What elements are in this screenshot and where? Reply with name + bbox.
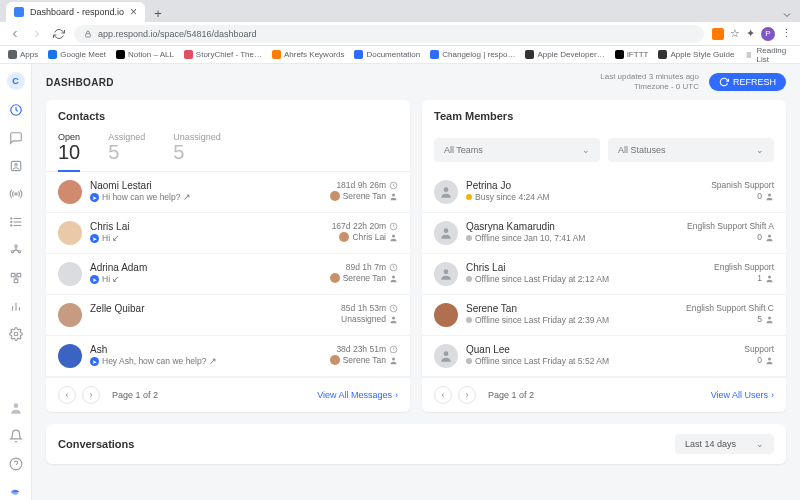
message-icon: ➤: [90, 357, 99, 366]
member-status: Offline since Jan 10, 7:41 AM: [466, 233, 679, 243]
bookmark-item[interactable]: Apple Developer…: [525, 50, 604, 59]
chevron-down-icon: ⌄: [756, 439, 764, 449]
nav-contacts-icon[interactable]: [8, 158, 24, 174]
nav-notifications-icon[interactable]: [8, 428, 24, 444]
pager-text: Page 1 of 2: [112, 390, 158, 400]
svg-point-32: [392, 275, 395, 278]
member-status: Offline since Last Friday at 2:12 AM: [466, 274, 706, 284]
pager-text: Page 1 of 2: [488, 390, 534, 400]
contacts-tabs: Open 10 Assigned 5 Unassigned 5: [46, 128, 410, 172]
contact-avatar: [58, 221, 82, 245]
browser-tabbar: Dashboard - respond.io × +: [0, 0, 800, 22]
svg-rect-19: [14, 279, 18, 283]
ext-icon[interactable]: [712, 28, 724, 40]
nav-settings-icon[interactable]: [8, 326, 24, 342]
teams-select[interactable]: All Teams ⌄: [434, 138, 600, 162]
bookmark-item[interactable]: Google Meet: [48, 50, 106, 59]
svg-point-44: [444, 351, 449, 356]
bookmark-item[interactable]: Changelog | respo…: [430, 50, 515, 59]
reading-list-button[interactable]: Reading List: [744, 46, 792, 64]
svg-point-37: [444, 187, 449, 192]
url-input[interactable]: app.respond.io/space/54816/dashboard: [74, 25, 704, 43]
back-button[interactable]: [8, 27, 22, 41]
bookmark-item[interactable]: Ahrefs Keywords: [272, 50, 344, 59]
team-row[interactable]: Quan Lee Offline since Last Friday at 5:…: [422, 336, 786, 377]
contact-name: Zelle Quibar: [90, 303, 333, 314]
contact-row[interactable]: Adrina Adam ➤Hi ↙ 89d 1h 7m Serene Tan: [46, 254, 410, 295]
apps-button[interactable]: Apps: [8, 50, 38, 59]
svg-rect-0: [86, 33, 91, 36]
member-name: Petrina Jo: [466, 180, 703, 191]
window-chevron-icon[interactable]: [780, 8, 794, 22]
app-logo-icon[interactable]: [8, 484, 24, 500]
team-row[interactable]: Qasryna Kamarudin Offline since Jan 10, …: [422, 213, 786, 254]
nav-dashboard-icon[interactable]: [8, 102, 24, 118]
contact-row[interactable]: Zelle Quibar 85d 1h 53m Unassigned: [46, 295, 410, 336]
bookmark-item[interactable]: IFTTT: [615, 50, 649, 59]
member-team: Support: [744, 344, 774, 354]
period-select[interactable]: Last 14 days ⌄: [675, 434, 774, 454]
profile-avatar[interactable]: P: [761, 27, 775, 41]
contact-row[interactable]: Naomi Lestari ➤Hi how can we help? ↗ 181…: [46, 172, 410, 213]
bookmark-item[interactable]: Apple Style Guide: [658, 50, 734, 59]
bookmark-item[interactable]: Notion – ALL: [116, 50, 174, 59]
pager-prev-button[interactable]: ‹: [58, 386, 76, 404]
nav-workflow-icon[interactable]: [8, 270, 24, 286]
member-avatar: [434, 303, 458, 327]
tab-unassigned[interactable]: Unassigned 5: [173, 128, 221, 171]
close-icon[interactable]: ×: [130, 6, 137, 18]
view-all-messages-link[interactable]: View All Messages ›: [317, 390, 398, 400]
contact-row[interactable]: Ash ➤Hey Ash, how can we help? ↗ 38d 23h…: [46, 336, 410, 377]
bookmark-item[interactable]: StoryChief - The…: [184, 50, 262, 59]
contacts-pager: ‹ › Page 1 of 2 View All Messages ›: [46, 377, 410, 412]
contact-message: ➤Hi how can we help? ↗: [90, 192, 322, 202]
url-text: app.respond.io/space/54816/dashboard: [98, 29, 257, 39]
contact-row[interactable]: Chris Lai ➤Hi ↙ 167d 22h 20m Chris Lai: [46, 213, 410, 254]
forward-button[interactable]: [30, 27, 44, 41]
nav-messages-icon[interactable]: [8, 130, 24, 146]
bookmark-item[interactable]: Documentation: [354, 50, 420, 59]
message-icon: ➤: [90, 234, 99, 243]
nav-automation-icon[interactable]: [8, 242, 24, 258]
nav-user-icon[interactable]: [8, 400, 24, 416]
browser-tab[interactable]: Dashboard - respond.io ×: [6, 2, 145, 22]
svg-rect-17: [11, 273, 15, 277]
nav-reports-icon[interactable]: [8, 298, 24, 314]
view-all-users-link[interactable]: View All Users ›: [711, 390, 774, 400]
pager-next-button[interactable]: ›: [458, 386, 476, 404]
menu-icon[interactable]: ⋮: [781, 27, 792, 40]
reload-button[interactable]: [52, 27, 66, 41]
team-row[interactable]: Chris Lai Offline since Last Friday at 2…: [422, 254, 786, 295]
svg-point-40: [768, 234, 771, 237]
star-icon[interactable]: ☆: [730, 27, 740, 40]
team-panel: Team Members All Teams ⌄ All Statuses ⌄ …: [422, 100, 786, 412]
tab-open[interactable]: Open 10: [58, 128, 80, 172]
tab-assigned[interactable]: Assigned 5: [108, 128, 145, 171]
member-name: Quan Lee: [466, 344, 736, 355]
nav-list-icon[interactable]: [8, 214, 24, 230]
assignee-avatar-icon: [330, 273, 340, 283]
pager-prev-button[interactable]: ‹: [434, 386, 452, 404]
nav-broadcast-icon[interactable]: [8, 186, 24, 202]
pager-next-button[interactable]: ›: [82, 386, 100, 404]
member-count: 0: [757, 355, 774, 365]
workspace-logo[interactable]: C: [7, 72, 25, 90]
nav-help-icon[interactable]: [8, 456, 24, 472]
team-row[interactable]: Serene Tan Offline since Last Friday at …: [422, 295, 786, 336]
assignee-avatar-icon: [330, 355, 340, 365]
header-meta: Last updated 3 minutes ago Timezone - 0 …: [600, 72, 699, 91]
member-status: Offline since Last Friday at 2:39 AM: [466, 315, 678, 325]
bookmarks-bar: Apps Google Meet Notion – ALL StoryChief…: [0, 46, 800, 64]
chevron-down-icon: ⌄: [582, 145, 590, 155]
team-row[interactable]: Petrina Jo Busy since 4:24 AM Spanish Su…: [422, 172, 786, 213]
extensions-icon[interactable]: ✦: [746, 27, 755, 40]
new-tab-button[interactable]: +: [149, 4, 167, 22]
message-icon: ➤: [90, 193, 99, 202]
refresh-button[interactable]: REFRESH: [709, 73, 786, 91]
contact-message: ➤Hey Ash, how can we help? ↗: [90, 356, 322, 366]
member-avatar: [434, 262, 458, 286]
svg-point-38: [768, 193, 771, 196]
member-team: English Support: [714, 262, 774, 272]
contact-assignee: Serene Tan: [330, 355, 398, 365]
statuses-select[interactable]: All Statuses ⌄: [608, 138, 774, 162]
